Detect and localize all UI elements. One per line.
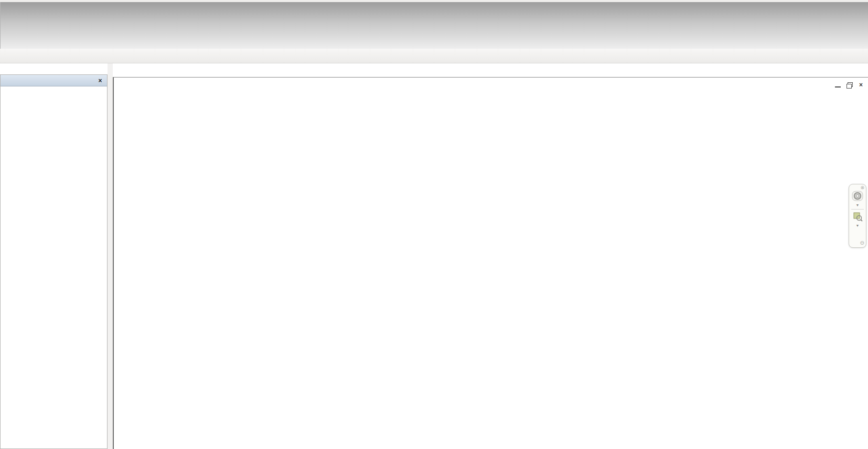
- project-browser-panel: ×: [0, 74, 108, 449]
- panel-splitter[interactable]: [108, 63, 113, 449]
- project-browser-tree: [1, 86, 107, 88]
- restore-icon[interactable]: [846, 82, 853, 89]
- model-3d-scene[interactable]: [114, 78, 868, 449]
- steering-wheel-menu-icon[interactable]: ▼: [856, 203, 860, 207]
- minimize-icon[interactable]: [834, 82, 841, 89]
- project-browser-titlebar[interactable]: ×: [1, 75, 107, 86]
- navbar-collapse-icon[interactable]: ⊖: [860, 240, 864, 246]
- quick-access-toolbar: [0, 49, 868, 63]
- steering-wheel-icon[interactable]: [852, 191, 863, 203]
- ribbon-empty-area: [0, 2, 868, 49]
- revit-application-window: × × ⊗ ▼ ▼ ⊖: [0, 0, 868, 449]
- navbar-close-icon[interactable]: ⊗: [860, 185, 864, 190]
- navbar-divider: [851, 209, 864, 210]
- close-icon[interactable]: ×: [96, 77, 104, 84]
- close-icon[interactable]: ×: [858, 82, 864, 89]
- navigation-bar: ⊗ ▼ ▼ ⊖: [849, 184, 866, 248]
- view-window-controls: ×: [834, 82, 864, 89]
- drawing-viewport[interactable]: × ⊗ ▼ ▼ ⊖: [113, 77, 868, 449]
- ribbon: [0, 2, 868, 49]
- zoom-region-icon[interactable]: [853, 212, 863, 223]
- zoom-menu-icon[interactable]: ▼: [856, 224, 860, 228]
